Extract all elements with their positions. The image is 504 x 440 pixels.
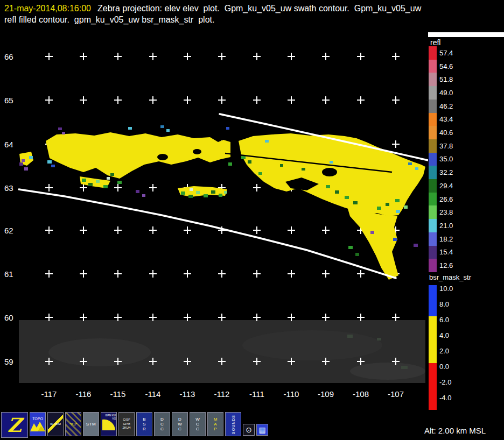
colorbar-tick-label: 23.8 xyxy=(439,205,453,219)
colorbar-tick-label: -2.0 xyxy=(439,374,453,390)
dcc-button[interactable]: DCC xyxy=(154,412,170,436)
colorbar-segment xyxy=(429,73,437,86)
lon-label: -111 xyxy=(249,389,264,399)
colorbar-segment xyxy=(429,46,437,60)
colorbar-tick-label: 12.6 xyxy=(439,259,453,272)
map-label: MAP xyxy=(213,417,218,432)
colorbar-segment xyxy=(429,86,437,100)
lon-label: -113 xyxy=(180,389,195,399)
colorbar-segment xyxy=(429,153,437,166)
bsr-colorbar-title: bsr_mask_str xyxy=(429,273,471,281)
topo-button[interactable]: TOPO xyxy=(30,412,46,436)
colorbar-tick-label: 57.4 xyxy=(439,46,453,60)
lat-label: 66 xyxy=(4,52,13,61)
zebra-window: 21-may-2014,08:16:00Zebra projection: el… xyxy=(0,0,504,440)
bsr-label: BSR xyxy=(142,417,147,432)
lat-label: 63 xyxy=(4,183,13,193)
colorbar-segment xyxy=(429,285,437,301)
target-button[interactable]: ⊙ xyxy=(243,424,255,436)
colorbar-tick-label: 49.0 xyxy=(439,86,453,100)
header: 21-may-2014,08:16:00Zebra projection: el… xyxy=(4,3,500,25)
dwc-button[interactable]: DWC xyxy=(172,412,188,436)
map-button[interactable]: MAP xyxy=(207,412,223,436)
ku-button[interactable]: *Ku* xyxy=(65,412,81,436)
colorbar-tick-label: 6.0 xyxy=(439,312,453,328)
zebra-logo-button[interactable]: Z xyxy=(1,412,28,438)
lon-label: -117 xyxy=(41,389,57,399)
sounds-label: SOUNDS xyxy=(232,415,235,434)
lon-label: -107 xyxy=(388,389,404,399)
colorbar-tick-label: 10.0 xyxy=(439,281,453,296)
sounds-button[interactable]: SOUNDS xyxy=(225,412,241,436)
colorbar-segment xyxy=(429,379,437,394)
colorbar-tick-label: 2.0 xyxy=(439,343,453,359)
panel-top-rule xyxy=(428,32,504,37)
topo-layer xyxy=(19,320,425,383)
colorbar-segment xyxy=(429,60,437,73)
colorbar-tick-label: 37.8 xyxy=(439,139,453,153)
lon-label: -116 xyxy=(76,389,92,399)
mountains-icon xyxy=(30,421,45,431)
colorbar-panel: refl 57.454.651.849.046.243.440.637.835.… xyxy=(428,30,504,440)
colorbar-tick-label: 0.0 xyxy=(439,359,453,374)
colorbar-segment xyxy=(429,316,437,332)
colorbar-segment xyxy=(429,363,437,379)
bsr-colorbar xyxy=(429,285,437,410)
colorbar-tick-label: 8.0 xyxy=(439,296,453,312)
stm-label: STM xyxy=(86,422,96,427)
colorbar-segment xyxy=(429,301,437,316)
lat-label: 65 xyxy=(4,96,13,105)
colorbar-segment xyxy=(429,246,437,259)
colorbar-segment xyxy=(429,193,437,206)
wcc-button[interactable]: WCC xyxy=(190,412,206,436)
lon-label: -108 xyxy=(353,389,369,399)
colorbar-tick-label: 51.8 xyxy=(439,73,453,86)
lon-label: -112 xyxy=(214,389,230,399)
ku-label: *Ku* xyxy=(69,422,77,427)
csf-gpm-2ku4-button[interactable]: C/SF GPM 2KU4 xyxy=(118,412,135,436)
colorbar-tick-label: 21.0 xyxy=(439,219,453,232)
colorbar-segment xyxy=(429,179,437,193)
header-title-part1: Zebra projection: elev elev plot. Gpm_ku… xyxy=(97,4,421,13)
ir-4km-button[interactable]: IR 4KM xyxy=(47,412,64,436)
colorbar-tick-label: 32.2 xyxy=(439,166,453,179)
ir-4km-label: IR 4KM xyxy=(50,422,61,427)
colorbar-tick-label: 35.0 xyxy=(439,153,453,166)
stm-button[interactable]: STM xyxy=(83,412,99,436)
refl-colorbar-labels: 57.454.651.849.046.243.440.637.835.032.2… xyxy=(439,46,453,272)
csf-label: C/SF GPM 2KU4 xyxy=(120,418,134,430)
lon-label: -115 xyxy=(110,389,126,399)
gpm-ku-vs-label: GPM KU VS xyxy=(101,414,116,420)
lat-label: 60 xyxy=(4,313,13,322)
colorbar-segment xyxy=(429,394,437,410)
colorbar-segment xyxy=(429,205,437,219)
colorbar-tick-label: 26.6 xyxy=(439,193,453,206)
dcc-label: DCC xyxy=(159,417,165,432)
colorbar-segment xyxy=(429,100,437,113)
target-icon: ⊙ xyxy=(246,426,252,434)
colorbar-tick-label: 40.6 xyxy=(439,126,453,139)
zebra-z-logo: Z xyxy=(8,415,22,435)
colorbar-segment xyxy=(429,332,437,347)
refl-colorbar xyxy=(429,46,437,272)
grid-button[interactable]: ▦ xyxy=(256,424,268,436)
timestamp: 21-may-2014,08:16:00 xyxy=(4,4,91,13)
bsr-button[interactable]: BSR xyxy=(136,412,152,436)
colorbar-segment xyxy=(429,139,437,153)
colorbar-tick-label: 4.0 xyxy=(439,328,453,343)
lon-label: -109 xyxy=(318,389,334,399)
colorbar-segment xyxy=(429,259,437,272)
lat-label: 59 xyxy=(4,357,13,366)
colorbar-segment xyxy=(429,347,437,363)
lat-label: 61 xyxy=(4,269,13,279)
colorbar-segment xyxy=(429,126,437,139)
altitude-readout: Alt: 2.00 km MSL xyxy=(424,426,486,435)
refl-colorbar-title: refl xyxy=(430,38,440,47)
gpm-ku-vs-button[interactable]: GPM KU VS xyxy=(101,412,117,436)
wcc-label: WCC xyxy=(195,417,200,432)
header-line-1: 21-may-2014,08:16:00Zebra projection: el… xyxy=(4,3,500,14)
colorbar-tick-label: 18.2 xyxy=(439,232,453,246)
colorbar-tick-label: 29.4 xyxy=(439,179,453,193)
colorbar-tick-label: -4.0 xyxy=(439,390,453,406)
map-plot[interactable]: 6665646362616059-117-116-115-114-113-112… xyxy=(0,27,428,411)
